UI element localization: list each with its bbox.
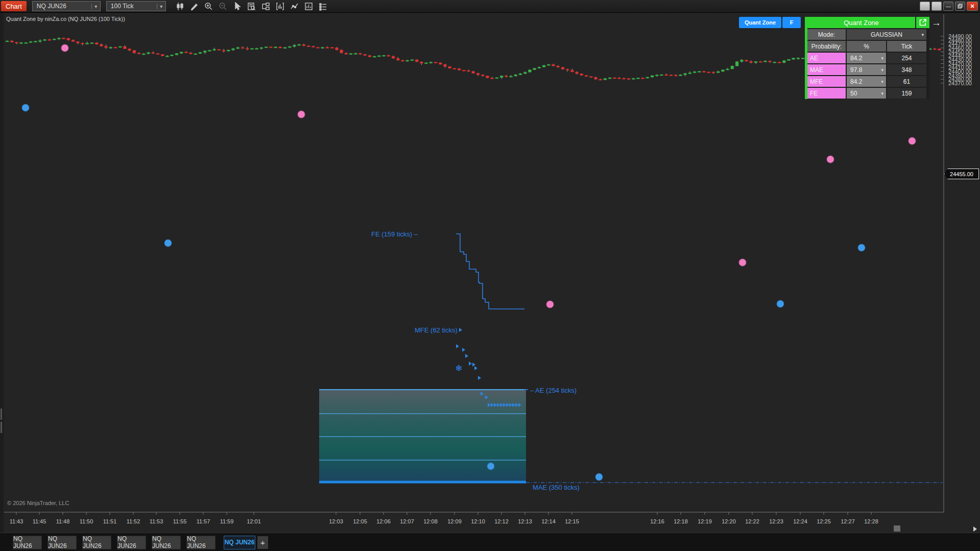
- f-button[interactable]: F: [782, 17, 801, 28]
- current-price-badge: 24455.00: [944, 169, 979, 179]
- left-splitter[interactable]: [0, 12, 4, 533]
- svg-text:12:27: 12:27: [841, 518, 855, 524]
- chart-title: Quant Zone by ninZa.co (NQ JUN26 (100 Ti…: [6, 16, 125, 22]
- tab-7[interactable]: NQ JUN26: [224, 536, 255, 549]
- tab-6[interactable]: NQ JUN26: [186, 536, 216, 549]
- scrollbar-thumb[interactable]: [894, 525, 900, 532]
- tab-4[interactable]: NQ JUN26: [117, 536, 146, 549]
- svg-text:24370.00: 24370.00: [948, 80, 972, 86]
- chart-trader-icon[interactable]: [259, 1, 273, 11]
- data-box-icon[interactable]: [245, 1, 259, 11]
- svg-text:12:06: 12:06: [376, 518, 391, 524]
- svg-text:12:03: 12:03: [329, 518, 343, 524]
- instrument-select[interactable]: NQ JUN26 ▾: [32, 1, 101, 11]
- svg-text:11:52: 11:52: [127, 518, 140, 524]
- svg-text:12:23: 12:23: [769, 518, 783, 524]
- svg-text:FE (159 ticks) –: FE (159 ticks) –: [371, 230, 418, 238]
- pct-select[interactable]: 84.2▾: [847, 76, 886, 87]
- metric-label: MAE: [807, 64, 846, 75]
- svg-text:12:01: 12:01: [247, 518, 261, 524]
- chevron-down-icon: ▾: [881, 67, 883, 73]
- svg-text:❄: ❄: [455, 364, 462, 373]
- mode-select[interactable]: GAUSSIAN ▾: [847, 29, 926, 40]
- svg-text:12:07: 12:07: [400, 518, 414, 524]
- chevron-down-icon: ▾: [881, 79, 883, 84]
- metric-label: AE: [807, 53, 846, 63]
- quant-zone-button[interactable]: Quant Zone: [739, 17, 781, 28]
- zoom-out-icon[interactable]: [216, 1, 230, 11]
- tab-2[interactable]: NQ JUN26: [47, 536, 77, 549]
- pct-select[interactable]: 84.2▾: [847, 53, 886, 63]
- svg-text:11:45: 11:45: [33, 518, 46, 524]
- tab-5[interactable]: NQ JUN26: [152, 536, 181, 549]
- quant-zone-panel: Quant Zone Mode: GAUSSIAN ▾ Probability:…: [805, 17, 929, 99]
- svg-text:12:15: 12:15: [565, 518, 579, 524]
- panel-row-ae: AE84.2▾254: [807, 53, 929, 63]
- svg-text:MFE (62 ticks): MFE (62 ticks): [415, 326, 458, 334]
- restore-button[interactable]: [955, 2, 965, 11]
- market-analyzer-icon[interactable]: [302, 1, 316, 11]
- svg-text:12:08: 12:08: [423, 518, 438, 524]
- pct-column-header: %: [847, 41, 886, 52]
- svg-text:11:55: 11:55: [173, 518, 187, 524]
- svg-text:12:20: 12:20: [722, 518, 736, 524]
- svg-text:12:13: 12:13: [518, 518, 532, 524]
- strategies-icon[interactable]: [288, 1, 302, 11]
- toolbar-icons: [173, 1, 330, 11]
- svg-text:12:28: 12:28: [864, 518, 878, 524]
- metric-label: FE: [807, 88, 846, 99]
- ninjatrader-window: Chart NQ JUN26 ▾ 100 Tick ▾ — ✕: [0, 0, 980, 551]
- toolbar: Chart NQ JUN26 ▾ 100 Tick ▾ — ✕: [0, 0, 980, 13]
- chevron-down-icon: ▾: [157, 4, 165, 9]
- tab-1[interactable]: NQ JUN26: [13, 536, 42, 549]
- pct-select[interactable]: 50▾: [847, 88, 886, 99]
- svg-text:11:50: 11:50: [80, 518, 93, 524]
- tick-value: 348: [887, 64, 926, 75]
- panel-collapse-arrow[interactable]: →: [931, 17, 941, 29]
- properties-icon[interactable]: [316, 1, 330, 11]
- close-icon[interactable]: ✕: [967, 2, 978, 11]
- svg-text:– AE (254 ticks): – AE (254 ticks): [530, 387, 577, 394]
- svg-text:12:22: 12:22: [745, 518, 759, 524]
- svg-text:MAE (350 ticks): MAE (350 ticks): [533, 484, 580, 491]
- svg-text:12:14: 12:14: [541, 518, 556, 524]
- splitter-grip: [1, 409, 2, 420]
- pct-select[interactable]: 97.8▾: [847, 64, 886, 75]
- svg-text:12:25: 12:25: [817, 518, 831, 524]
- window-button-extra-2[interactable]: [931, 2, 942, 11]
- period-value: 100 Tick: [107, 3, 157, 10]
- panel-title: Quant Zone: [807, 17, 915, 28]
- indicators-icon[interactable]: [273, 1, 288, 11]
- window-button-extra-1[interactable]: [920, 2, 930, 11]
- svg-text:12:18: 12:18: [674, 518, 688, 524]
- probability-label: Probability:: [807, 41, 846, 52]
- panel-row-mae: MAE97.8▾348: [807, 64, 929, 75]
- zoom-in-icon[interactable]: [202, 1, 216, 11]
- svg-text:11:43: 11:43: [10, 518, 23, 524]
- scroll-arrow-icon[interactable]: [973, 526, 977, 532]
- drawing-tools-icon[interactable]: [187, 1, 202, 11]
- popout-icon[interactable]: [916, 17, 929, 28]
- splitter-grip: [1, 422, 2, 433]
- svg-text:12:19: 12:19: [698, 518, 712, 524]
- tab-3[interactable]: NQ JUN26: [82, 536, 111, 549]
- mode-value: GAUSSIAN: [871, 31, 902, 38]
- chevron-down-icon: ▾: [91, 4, 100, 9]
- chart-menu-button[interactable]: Chart: [1, 1, 27, 11]
- tick-value: 159: [887, 88, 926, 99]
- chart-style-icon[interactable]: [173, 1, 187, 11]
- tick-value: 254: [887, 53, 926, 63]
- svg-text:11:51: 11:51: [103, 518, 117, 524]
- chevron-down-icon: ▾: [921, 32, 924, 37]
- svg-text:12:24: 12:24: [793, 518, 807, 524]
- metric-label: MFE: [807, 76, 846, 87]
- period-select[interactable]: 100 Tick ▾: [106, 1, 166, 11]
- svg-text:11:57: 11:57: [197, 518, 210, 524]
- mode-label: Mode:: [807, 29, 846, 40]
- minimize-button[interactable]: —: [943, 2, 953, 11]
- panel-row-fe: FE50▾159: [807, 88, 929, 99]
- add-tab-button[interactable]: +: [257, 536, 268, 549]
- svg-text:12:10: 12:10: [471, 518, 485, 524]
- svg-text:11:53: 11:53: [150, 518, 163, 524]
- cursor-icon[interactable]: [230, 1, 245, 11]
